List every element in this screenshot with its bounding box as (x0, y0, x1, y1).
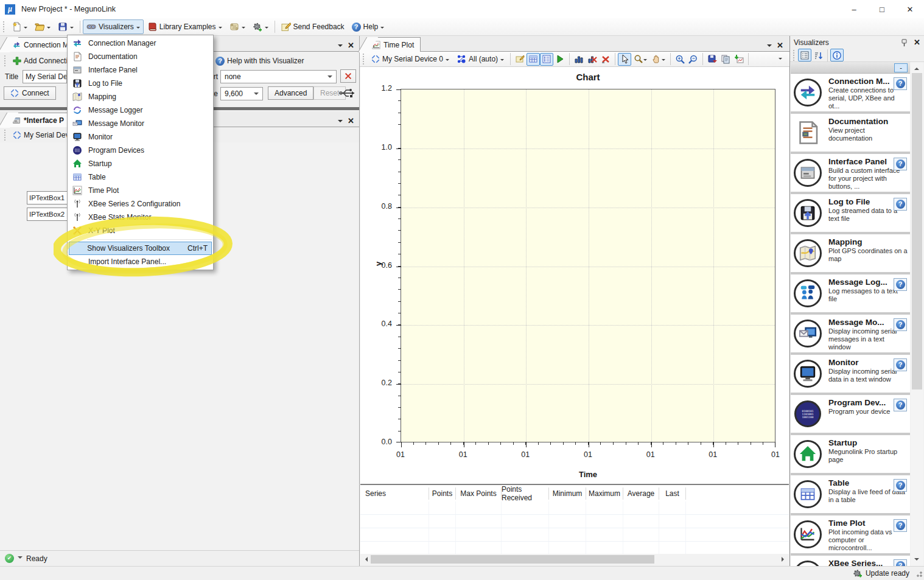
menu-item-message-logger[interactable]: Message Logger (68, 103, 213, 117)
pane-menu-chevron[interactable] (338, 44, 343, 49)
connect-button[interactable]: Connect (4, 86, 56, 100)
export-data-button[interactable] (732, 53, 746, 66)
scrollbar-thumb[interactable] (371, 555, 654, 564)
scroll-up-button[interactable] (912, 62, 922, 73)
pane-menu-chevron[interactable] (338, 120, 343, 125)
help-button[interactable]: Help (348, 19, 388, 34)
show-info-button[interactable] (830, 49, 844, 61)
new-project-button[interactable] (8, 19, 31, 34)
column-header[interactable]: Last (659, 487, 686, 500)
viz-item-documentation[interactable]: Documentation View project documentation (791, 114, 910, 152)
sketch-tools-button[interactable] (226, 19, 249, 34)
vertical-scrollbar[interactable] (911, 62, 923, 566)
scroll-left-button[interactable] (360, 554, 370, 565)
series-style-button[interactable] (572, 53, 586, 66)
menu-item-message-monitor[interactable]: Message Monitor (68, 117, 213, 130)
scroll-down-button[interactable] (912, 555, 922, 566)
help-button[interactable] (894, 198, 907, 211)
menu-item-table[interactable]: Table (68, 170, 213, 184)
toolbar-overflow-button[interactable] (774, 53, 787, 66)
help-button[interactable] (894, 559, 907, 566)
menu-item-xbee-series-2-configuration[interactable]: XBee Series 2 Configuration (68, 197, 213, 211)
visualizers-dropdown-arrow[interactable] (136, 27, 140, 30)
viz-item-log-to-file[interactable]: Log to File Log streamed data to a text … (791, 194, 910, 232)
column-header[interactable]: Maximum (586, 487, 623, 500)
chevron-down-icon[interactable] (500, 59, 504, 63)
viz-item-mapping[interactable]: Mapping Plot GPS coordinates on a map (791, 234, 910, 272)
menu-item-log-to-file[interactable]: Log to File (68, 77, 213, 90)
column-header[interactable]: Points (429, 487, 456, 500)
visualizers-menu-button[interactable]: Visualizers (83, 19, 144, 34)
library-examples-button[interactable]: Library Examples (144, 19, 226, 34)
help-dropdown-arrow[interactable] (380, 27, 384, 30)
details-view-button[interactable] (798, 49, 811, 61)
copy-plot-button[interactable] (719, 53, 732, 66)
menu-item-time-plot[interactable]: Time Plot (68, 184, 213, 197)
zoom-extents-button[interactable] (673, 53, 687, 66)
column-header[interactable]: Max Points (456, 487, 502, 500)
new-dropdown-arrow[interactable] (24, 27, 27, 30)
run-button[interactable] (553, 53, 567, 66)
menu-item-startup[interactable]: Startup (68, 157, 213, 170)
update-ready-label[interactable]: Update ready (866, 569, 909, 578)
baud-rate-select[interactable]: 9,600 (220, 87, 263, 100)
save-project-button[interactable] (54, 19, 77, 34)
menu-item-program-devices[interactable]: Program Devices (68, 144, 213, 157)
settings-button[interactable] (249, 19, 272, 34)
menu-item-documentation[interactable]: Documentation (68, 50, 213, 63)
open-dropdown-arrow[interactable] (47, 27, 51, 30)
show-legend-toggle[interactable] (540, 53, 553, 66)
sketch-dropdown-arrow[interactable] (242, 27, 245, 30)
help-button[interactable] (894, 318, 907, 331)
scroll-right-button[interactable] (779, 554, 789, 565)
help-button[interactable] (894, 158, 907, 170)
close-button[interactable]: ✕ (896, 0, 924, 18)
viz-item-monitor[interactable]: Monitor Display incoming serial data in … (791, 355, 910, 393)
port-select[interactable]: none (220, 70, 337, 83)
connection-title-input[interactable]: My Serial Device (23, 70, 67, 83)
horizontal-scrollbar[interactable] (360, 554, 789, 565)
minimize-button[interactable]: – (840, 0, 868, 18)
plot-channel-selector[interactable]: All (auto) (453, 52, 508, 66)
ip-textbox-1[interactable]: IPTextBox1 (27, 191, 68, 204)
menu-item-mapping[interactable]: Mapping (68, 90, 213, 103)
menu-item-xy-plot[interactable]: X-Y Plot (68, 224, 213, 237)
help-button[interactable] (894, 399, 907, 411)
library-dropdown-arrow[interactable] (219, 27, 222, 30)
zoom-tool-button[interactable] (631, 53, 649, 66)
pan-tool-button[interactable] (649, 53, 668, 66)
settings-dropdown-arrow[interactable] (265, 27, 268, 30)
viz-item-message-logger[interactable]: Message Log... Log messages to a text fi… (791, 274, 910, 312)
menu-item-import-interface-panel[interactable]: Import Interface Panel... (68, 255, 213, 268)
plot-properties-button[interactable] (513, 53, 527, 66)
menu-item-show-visualizers-toolbox[interactable]: Show Visualizers Toolbox Ctrl+T (69, 242, 212, 255)
viz-item-connection-manager[interactable]: Connection M... Create connections to se… (791, 74, 910, 111)
viz-item-message-monitor[interactable]: Message Mo... Display incoming serial me… (791, 315, 910, 352)
menu-item-connection-manager[interactable]: Connection Manager (68, 37, 213, 50)
help-button[interactable] (894, 77, 907, 90)
tab-connection-manager[interactable]: Connection M (9, 37, 75, 52)
clear-series-button[interactable] (586, 53, 599, 66)
maximize-button[interactable]: □ (868, 0, 896, 18)
save-plot-button[interactable] (705, 53, 719, 66)
clear-all-button[interactable] (599, 53, 612, 66)
help-button[interactable] (894, 358, 907, 371)
pointer-tool-button[interactable] (618, 53, 631, 66)
viz-item-time-plot[interactable]: Time Plot Plot incoming data vs computer… (791, 515, 910, 553)
viz-item-xbee[interactable]: XBee Series... (791, 556, 910, 566)
pane-close-icon[interactable]: ✕ (348, 116, 354, 125)
column-header[interactable]: Average (623, 487, 659, 500)
chevron-down-icon[interactable] (643, 59, 647, 63)
resize-grip[interactable] (914, 569, 923, 578)
zoom-previous-button[interactable] (687, 53, 700, 66)
plot-device-selector[interactable]: My Serial Device 0 (368, 52, 453, 66)
help-button[interactable] (894, 479, 907, 492)
chevron-down-icon[interactable] (446, 59, 449, 63)
help-button[interactable] (894, 519, 907, 532)
viz-item-startup[interactable]: Startup Megunolink Pro startup page (791, 435, 910, 473)
clear-port-button[interactable] (340, 69, 356, 83)
sort-az-button[interactable] (811, 49, 825, 61)
show-table-toggle[interactable] (527, 53, 540, 66)
pin-icon[interactable] (901, 38, 908, 47)
collapse-group-button[interactable]: - (894, 63, 908, 72)
